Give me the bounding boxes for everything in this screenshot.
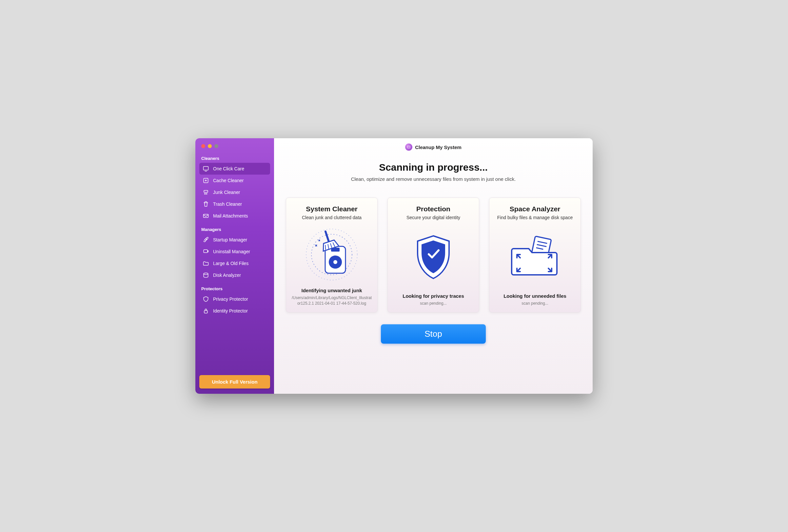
trash-icon xyxy=(202,201,209,207)
sidebar-item-label: Startup Manager xyxy=(213,237,247,242)
mail-icon xyxy=(202,212,209,219)
sidebar-item-mail-attachments[interactable]: Mail Attachments xyxy=(199,210,270,222)
card-title: Protection xyxy=(393,205,474,213)
svg-rect-8 xyxy=(203,214,209,218)
sidebar-item-label: Uninstall Manager xyxy=(213,249,250,254)
card-status: Identifying unwanted junk xyxy=(291,288,372,293)
sidebar-item-disk-analyzer[interactable]: Disk Analyzer xyxy=(199,269,270,281)
download-box-icon xyxy=(202,177,209,184)
sidebar-item-one-click-care[interactable]: One Click Care xyxy=(199,163,270,175)
svg-point-11 xyxy=(203,273,208,274)
sidebar-item-identity-protector[interactable]: Identity Protector xyxy=(199,305,270,317)
card-status: Looking for unneeded files xyxy=(495,293,575,299)
sidebar-item-label: Cache Cleaner xyxy=(213,178,243,183)
sidebar-item-label: Disk Analyzer xyxy=(213,272,241,278)
sidebar-item-label: Junk Cleaner xyxy=(213,190,240,195)
shield-icon xyxy=(202,296,209,302)
disk-icon xyxy=(202,272,209,279)
sidebar-item-privacy-protector[interactable]: Privacy Protector xyxy=(199,293,270,305)
svg-rect-0 xyxy=(203,166,209,170)
app-title: Cleanup My System xyxy=(415,144,461,150)
sidebar-item-label: Trash Cleaner xyxy=(213,202,242,207)
sidebar-item-trash-cleaner[interactable]: Trash Cleaner xyxy=(199,198,270,210)
svg-rect-12 xyxy=(204,310,208,313)
disk-broom-icon xyxy=(291,227,372,282)
hero-title: Scanning in progress... xyxy=(274,162,593,173)
stop-button[interactable]: Stop xyxy=(381,324,486,344)
sidebar-item-label: Large & Old Files xyxy=(213,261,249,266)
card-title: Space Analyzer xyxy=(495,205,575,213)
titlebar: Cleanup My System xyxy=(274,138,593,153)
card-protection: Protection Secure your digital identity … xyxy=(388,198,479,312)
sidebar-section-cleaners: Cleaners xyxy=(199,154,270,163)
sidebar-item-label: One Click Care xyxy=(213,166,244,171)
app-logo-icon xyxy=(405,143,412,151)
main-content: Cleanup My System Scanning in progress..… xyxy=(274,138,593,394)
card-system-cleaner: System Cleaner Clean junk and cluttered … xyxy=(286,198,378,312)
svg-rect-13 xyxy=(408,146,410,148)
lock-icon xyxy=(202,308,209,314)
card-detail: scan pending... xyxy=(495,301,575,306)
card-subtitle: Clean junk and cluttered data xyxy=(291,215,372,220)
unlock-full-version-button[interactable]: Unlock Full Version xyxy=(199,375,270,389)
shield-check-icon xyxy=(393,227,474,288)
svg-rect-20 xyxy=(324,230,330,243)
sidebar-item-cache-cleaner[interactable]: Cache Cleaner xyxy=(199,175,270,186)
sidebar-section-managers: Managers xyxy=(199,225,270,234)
sidebar-item-label: Identity Protector xyxy=(213,308,248,313)
sidebar-item-label: Privacy Protector xyxy=(213,296,248,302)
card-title: System Cleaner xyxy=(291,205,372,213)
action-row: Stop xyxy=(274,312,593,353)
sidebar-item-junk-cleaner[interactable]: Junk Cleaner xyxy=(199,186,270,198)
close-window-button[interactable] xyxy=(201,144,205,148)
rocket-icon xyxy=(202,237,209,243)
hero-subtitle: Clean, optimize and remove unnecessary f… xyxy=(274,176,593,182)
shredder-icon xyxy=(202,189,209,196)
svg-rect-3 xyxy=(204,190,208,192)
hero: Scanning in progress... Clean, optimize … xyxy=(274,153,593,188)
sidebar-section-protectors: Protectors xyxy=(199,284,270,293)
minimize-window-button[interactable] xyxy=(208,144,212,148)
card-space-analyzer: Space Analyzer Find bulky files & manage… xyxy=(489,198,581,312)
svg-rect-10 xyxy=(203,250,208,252)
card-status: Looking for privacy traces xyxy=(393,293,474,299)
folder-files-icon xyxy=(202,260,209,267)
card-subtitle: Find bulky files & manage disk space xyxy=(495,215,575,220)
sidebar-item-uninstall-manager[interactable]: Uninstall Manager xyxy=(199,246,270,258)
sidebar: Cleaners One Click Care Cache Cleaner Ju… xyxy=(195,138,274,394)
monitor-icon xyxy=(202,165,209,172)
window-controls xyxy=(199,143,270,154)
folder-expand-icon xyxy=(495,227,575,288)
sidebar-item-label: Mail Attachments xyxy=(213,213,248,219)
app-window: Cleaners One Click Care Cache Cleaner Ju… xyxy=(195,138,593,394)
uninstall-icon xyxy=(202,248,209,255)
svg-point-18 xyxy=(333,260,337,264)
sidebar-item-large-old-files[interactable]: Large & Old Files xyxy=(199,258,270,269)
cards-row: System Cleaner Clean junk and cluttered … xyxy=(274,188,593,312)
sidebar-item-startup-manager[interactable]: Startup Manager xyxy=(199,234,270,246)
card-detail: scan pending... xyxy=(393,301,474,306)
card-subtitle: Secure your digital identity xyxy=(393,215,474,220)
maximize-window-button[interactable] xyxy=(214,144,218,148)
svg-point-9 xyxy=(206,239,207,240)
card-detail: /Users/admin/Library/Logs/NGLClient_Illu… xyxy=(291,295,372,306)
